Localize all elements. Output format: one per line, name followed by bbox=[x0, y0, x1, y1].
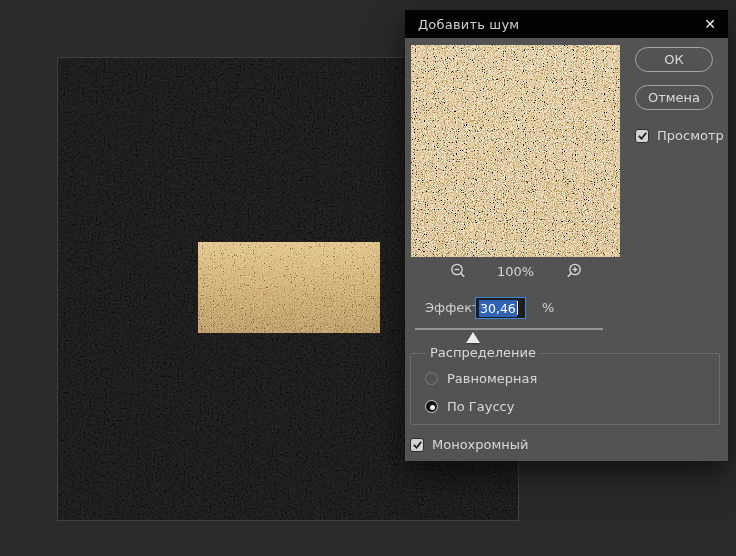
effect-amount-row: Эффект: 30,46 % bbox=[405, 297, 728, 319]
effect-unit-label: % bbox=[542, 300, 554, 315]
slider-track[interactable] bbox=[415, 328, 603, 330]
radio-uniform-label: Равномерная bbox=[447, 371, 537, 386]
monochrome-checkbox-label: Монохромный bbox=[432, 437, 529, 452]
zoom-level-label: 100% bbox=[495, 264, 537, 279]
radio-icon[interactable] bbox=[425, 372, 438, 385]
noise-preview-thumbnail[interactable] bbox=[411, 45, 620, 257]
zoom-out-icon[interactable] bbox=[449, 262, 467, 280]
close-icon[interactable]: ✕ bbox=[699, 10, 721, 38]
checkbox-icon[interactable] bbox=[635, 129, 649, 143]
selected-input-text: 30,46 bbox=[479, 300, 517, 317]
ok-button[interactable]: ОК bbox=[635, 47, 713, 72]
dialog-titlebar[interactable]: Добавить шум ✕ bbox=[405, 10, 728, 38]
effect-amount-input[interactable]: 30,46 bbox=[475, 297, 526, 319]
preview-checkbox[interactable]: Просмотр bbox=[635, 128, 724, 143]
distribution-legend: Распределение bbox=[425, 345, 541, 360]
gold-noise-texture bbox=[198, 242, 380, 333]
radio-icon[interactable] bbox=[425, 400, 438, 413]
cancel-button[interactable]: Отмена bbox=[635, 85, 713, 110]
radio-gaussian[interactable]: По Гауссу bbox=[425, 399, 514, 414]
radio-uniform[interactable]: Равномерная bbox=[425, 371, 537, 386]
text-caret bbox=[517, 301, 518, 315]
zoom-in-icon[interactable] bbox=[565, 262, 583, 280]
dialog-title: Добавить шум bbox=[418, 17, 519, 32]
radio-gaussian-label: По Гауссу bbox=[447, 399, 514, 414]
monochrome-checkbox[interactable]: Монохромный bbox=[410, 437, 529, 452]
gold-rectangle-layer bbox=[198, 242, 380, 333]
preview-noise-texture bbox=[411, 45, 620, 257]
add-noise-dialog: Добавить шум ✕ 100% ОК Отмена bbox=[405, 10, 728, 461]
photoshop-workspace: Добавить шум ✕ 100% ОК Отмена bbox=[0, 0, 736, 556]
checkbox-icon[interactable] bbox=[410, 438, 424, 452]
preview-checkbox-label: Просмотр bbox=[657, 128, 724, 143]
distribution-group: Распределение Равномерная По Гауссу bbox=[410, 353, 720, 425]
slider-thumb[interactable] bbox=[466, 332, 480, 343]
preview-zoom-controls: 100% bbox=[411, 261, 620, 281]
